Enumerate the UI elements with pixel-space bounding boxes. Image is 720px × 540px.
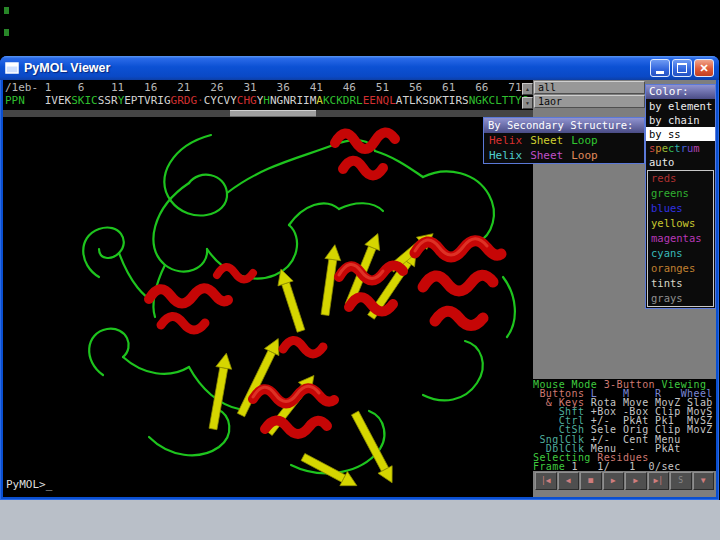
sequence-letters[interactable]: PPN IVEKSKICSSRYEPTVRIGGRDG·CYCVYCHGYHNG… bbox=[5, 94, 528, 107]
menu-item-magentas[interactable]: magentas bbox=[648, 231, 713, 246]
app-icon bbox=[5, 62, 19, 74]
object-all-button[interactable]: all bbox=[534, 81, 645, 94]
menu-item-oranges[interactable]: oranges bbox=[648, 261, 713, 276]
frame-status-row: Frame 1 1/ 1 0/sec bbox=[533, 462, 716, 471]
maximize-icon bbox=[677, 63, 687, 73]
menu-item-blues[interactable]: blues bbox=[648, 201, 713, 216]
menu-item-greens[interactable]: greens bbox=[648, 186, 713, 201]
go-to-start-button[interactable]: |◀ bbox=[535, 472, 557, 490]
sequence-ruler: /1eb- 1 6 11 16 21 26 31 36 41 46 51 56 … bbox=[5, 81, 522, 94]
desktop-background bbox=[0, 500, 720, 540]
sequence-scrollbar[interactable] bbox=[3, 110, 533, 117]
ss-standard-colors-item[interactable]: HelixSheetLoop bbox=[484, 133, 644, 148]
sequence-scrollbar-thumb[interactable] bbox=[230, 110, 316, 117]
command-prompt[interactable]: PyMOL>_ bbox=[6, 478, 52, 491]
pymol-viewer-window: PyMOL Viewer ✕ /1eb- 1 6 11 16 21 26 31 … bbox=[0, 56, 719, 500]
loop-ribbons bbox=[83, 135, 515, 473]
menu-button[interactable]: ▼ bbox=[693, 472, 715, 490]
menu-item-by-ss[interactable]: by ss bbox=[646, 127, 715, 141]
minimize-icon bbox=[656, 71, 664, 74]
desktop-speck bbox=[4, 29, 9, 36]
menu-item-cyans[interactable]: cyans bbox=[648, 246, 713, 261]
viewport-3d[interactable]: PyMOL>_ bbox=[3, 117, 533, 497]
menu-item-tints[interactable]: tints bbox=[648, 276, 713, 291]
go-to-end-button[interactable]: ▶| bbox=[648, 472, 670, 490]
secondary-structure-submenu: By Secondary Structure: HelixSheetLoop H… bbox=[483, 117, 645, 164]
menu-item-auto[interactable]: auto bbox=[646, 155, 715, 169]
mouse-mode-panel: Mouse Mode 3-Button Viewing Buttons L M … bbox=[533, 379, 716, 471]
menu-item-by-element[interactable]: by element bbox=[646, 99, 715, 113]
protein-structure bbox=[3, 117, 533, 497]
client-area: /1eb- 1 6 11 16 21 26 31 36 41 46 51 56 … bbox=[3, 80, 716, 497]
titlebar[interactable]: PyMOL Viewer ✕ bbox=[0, 56, 719, 80]
playback-controls: |◀ ◀ ■ ▶ ▶ ▶| S ▼ bbox=[533, 471, 716, 491]
step-back-button[interactable]: ◀ bbox=[558, 472, 580, 490]
menu-item-spectrum[interactable]: spectrum bbox=[646, 141, 715, 155]
object-entry-button[interactable]: 1aor bbox=[534, 95, 645, 108]
helix-ribbons bbox=[149, 132, 501, 434]
menu-item-by-chain[interactable]: by chain bbox=[646, 113, 715, 127]
menu-item-reds[interactable]: reds bbox=[648, 171, 713, 186]
sequence-scroll-down-button[interactable]: ▼ bbox=[522, 97, 533, 109]
loop-button[interactable]: S bbox=[670, 472, 692, 490]
stop-button[interactable]: ■ bbox=[580, 472, 602, 490]
menu-item-grays[interactable]: grays bbox=[648, 291, 713, 306]
step-forward-button[interactable]: ▶ bbox=[625, 472, 647, 490]
desktop-speck bbox=[4, 7, 9, 14]
color-menu-title: Color: bbox=[646, 85, 715, 99]
close-button[interactable]: ✕ bbox=[694, 59, 714, 77]
maximize-button[interactable] bbox=[672, 59, 692, 77]
sequence-viewer[interactable]: /1eb- 1 6 11 16 21 26 31 36 41 46 51 56 … bbox=[3, 80, 533, 110]
ss-alternate-colors-item[interactable]: HelixSheetLoop bbox=[484, 148, 644, 163]
window-title: PyMOL Viewer bbox=[24, 61, 110, 75]
color-menu: Color: by element by chain by ss spectru… bbox=[645, 84, 716, 309]
play-button[interactable]: ▶ bbox=[603, 472, 625, 490]
color-swatch-group: reds greens blues yellows magentas cyans… bbox=[647, 170, 714, 307]
sequence-scroll-up-button[interactable]: ▲ bbox=[522, 83, 533, 95]
minimize-button[interactable] bbox=[650, 59, 670, 77]
ss-submenu-title: By Secondary Structure: bbox=[484, 118, 644, 133]
menu-item-yellows[interactable]: yellows bbox=[648, 216, 713, 231]
